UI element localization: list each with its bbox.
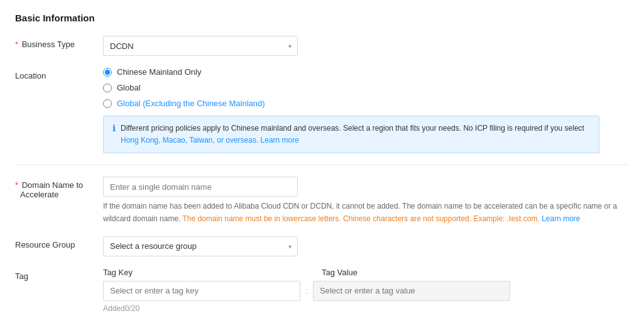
location-row: Location Chinese Mainland Only Global Gl… xyxy=(15,67,629,153)
location-label-text: Location xyxy=(15,71,46,80)
tag-label-text: Tag xyxy=(15,271,28,281)
location-global-label: Global xyxy=(117,83,141,92)
tag-label: Tag xyxy=(15,268,103,281)
resource-group-content: Select a resource group ▾ xyxy=(103,236,629,256)
tag-content: Tag Key Tag Value : Added0/20 xyxy=(103,268,629,313)
resource-group-row: Resource Group Select a resource group ▾ xyxy=(15,236,629,256)
section-divider xyxy=(15,165,629,165)
domain-hint-part2: The domain name must be in lowercase let… xyxy=(183,214,542,223)
location-info-box: ℹ Different pricing policies apply to Ch… xyxy=(103,116,599,153)
business-type-label: * Business Type xyxy=(15,36,103,49)
resource-group-label: Resource Group xyxy=(15,236,103,249)
tag-key-input[interactable] xyxy=(103,281,300,301)
resource-group-select[interactable]: Select a resource group xyxy=(103,236,298,256)
domain-label-line1: Domain Name to xyxy=(22,180,84,190)
tag-row: Tag Tag Key Tag Value : Added0/20 xyxy=(15,268,629,313)
tag-section: Tag Key Tag Value : Added0/20 xyxy=(103,268,629,313)
domain-name-required: * xyxy=(15,180,18,190)
location-option-global[interactable]: Global xyxy=(103,83,629,92)
location-radio-chinese-mainland[interactable] xyxy=(103,68,112,77)
domain-learn-more-link[interactable]: Learn more xyxy=(542,214,580,223)
location-option-global-excluding[interactable]: Global (Excluding the Chinese Mainland) xyxy=(103,99,629,108)
business-type-select[interactable]: DCDN CDN xyxy=(103,36,298,56)
location-radio-global-excluding[interactable] xyxy=(103,99,112,108)
section-title: Basic Information xyxy=(15,13,629,23)
info-learn-more-link[interactable]: Learn more xyxy=(261,136,299,145)
tag-key-header: Tag Key xyxy=(103,268,304,277)
location-radio-global[interactable] xyxy=(103,84,112,92)
tag-value-header: Tag Value xyxy=(322,268,357,277)
info-text-part1: Different pricing policies apply to Chin… xyxy=(121,124,584,133)
location-radio-group: Chinese Mainland Only Global Global (Exc… xyxy=(103,67,629,108)
info-icon: ℹ xyxy=(112,123,116,133)
business-type-row: * Business Type DCDN CDN ▾ xyxy=(15,36,629,56)
domain-name-label: * Domain Name to Accelerate xyxy=(15,177,103,199)
resource-group-label-text: Resource Group xyxy=(15,240,75,249)
location-global-excluding-label: Global (Excluding the Chinese Mainland) xyxy=(117,99,265,108)
location-content: Chinese Mainland Only Global Global (Exc… xyxy=(103,67,629,153)
location-info-text: Different pricing policies apply to Chin… xyxy=(121,123,590,146)
tag-headers: Tag Key Tag Value xyxy=(103,268,629,277)
tag-separator: : xyxy=(300,286,313,295)
domain-name-input[interactable] xyxy=(103,177,298,197)
tag-inputs: : xyxy=(103,281,510,301)
business-type-label-text: Business Type xyxy=(22,40,75,49)
location-chinese-mainland-label: Chinese Mainland Only xyxy=(117,67,201,77)
info-text-hk-link[interactable]: Hong Kong, Macao, Taiwan, or overseas. xyxy=(121,136,258,145)
business-type-select-wrapper: DCDN CDN ▾ xyxy=(103,36,298,56)
tag-value-input[interactable] xyxy=(313,281,510,301)
domain-name-content: If the domain name has been added to Ali… xyxy=(103,177,629,224)
resource-group-select-wrapper: Select a resource group ▾ xyxy=(103,236,298,256)
tag-added-count: Added0/20 xyxy=(103,304,139,313)
business-type-required: * xyxy=(15,40,18,49)
domain-hint: If the domain name has been added to Ali… xyxy=(103,200,618,224)
business-type-content: DCDN CDN ▾ xyxy=(103,36,629,56)
domain-label-line2: Accelerate xyxy=(15,190,58,199)
domain-name-row: * Domain Name to Accelerate If the domai… xyxy=(15,177,629,224)
location-option-chinese-mainland[interactable]: Chinese Mainland Only xyxy=(103,67,629,77)
location-label: Location xyxy=(15,67,103,80)
